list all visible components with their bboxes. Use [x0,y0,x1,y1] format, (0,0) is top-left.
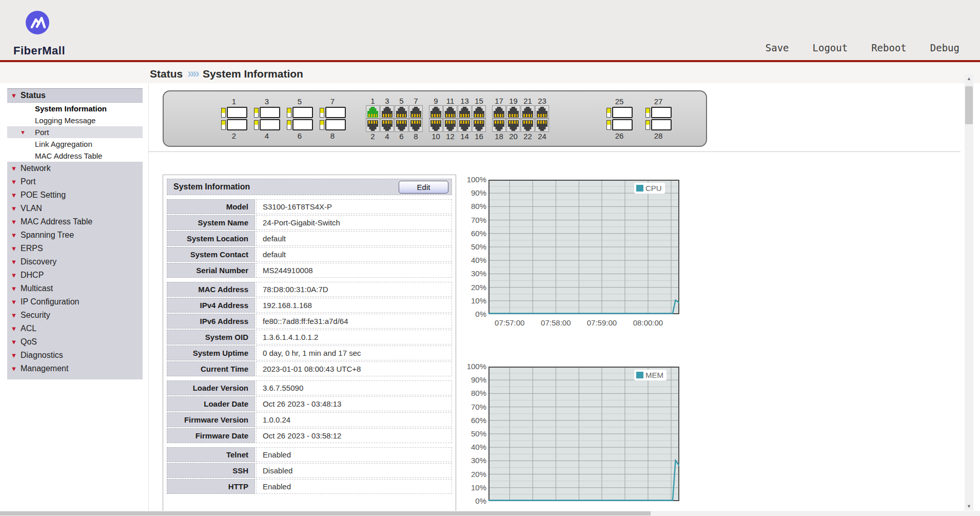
chevron-down-icon: ▾ [7,162,21,175]
sidebar-item-spanning-tree[interactable]: ▾Spanning Tree [7,228,143,242]
rj45-port-2[interactable] [366,119,380,132]
rj45-port-17[interactable] [492,105,506,119]
sfp-slot [227,107,247,118]
sidebar-item-discovery[interactable]: ▾Discovery [7,255,143,269]
header-link-logout[interactable]: Logout [813,42,848,53]
edit-button[interactable]: Edit [399,181,448,194]
scroll-down-icon[interactable]: ▼ [965,502,973,510]
rj45-port-22[interactable] [521,119,535,132]
sidebar-item-poe-setting[interactable]: ▾POE Setting [7,188,143,202]
port-number-label: 2 [370,132,375,141]
sidebar-item-mac-address-table[interactable]: ▾MAC Address Table [7,215,143,228]
y-axis-tick-label: 60% [457,229,486,238]
sfp-port-27[interactable] [645,107,672,118]
rj45-port-8[interactable] [409,119,423,132]
rj45-port-3[interactable] [380,105,394,119]
field-value-system-name: 24-Port-Gigabit-Switch [256,215,452,230]
header-link-debug[interactable]: Debug [930,42,959,53]
field-label: System OID [167,330,255,345]
sfp-port-7[interactable] [320,107,346,118]
sfp-port-2[interactable] [221,119,247,130]
rj45-port-19[interactable] [506,105,520,119]
rj45-port-10[interactable] [429,119,443,132]
sidebar-item-vlan[interactable]: ▾VLAN [7,202,143,215]
x-axis-tick-label: 07:59:00 [581,318,622,327]
rj45-jack-icon [367,107,378,118]
sidebar-item-acl[interactable]: ▾ACL [7,322,143,335]
sidebar-item-dhcp[interactable]: ▾DHCP [7,269,143,282]
sidebar-item-network[interactable]: ▾Network [7,162,143,175]
horizontal-scrollbar[interactable] [0,511,980,516]
y-axis-tick-label: 0% [457,310,486,318]
rj45-port-14[interactable] [458,119,472,132]
sidebar-item-status[interactable]: ▾Status [7,88,143,103]
sfp-port-1[interactable] [221,107,247,118]
y-axis-tick-label: 50% [457,242,486,251]
rj45-port-20[interactable] [506,119,520,132]
sidebar-item-erps[interactable]: ▾ERPS [7,242,143,255]
sidebar-subitem-system-information[interactable]: System Information [7,103,143,114]
rj45-port-23[interactable] [535,105,549,119]
sfp-port-4[interactable] [254,119,280,130]
field-label: System Name [167,215,255,230]
sidebar-item-label: Diagnostics [21,351,63,360]
sfp-port-26[interactable] [606,119,633,130]
rj45-port-1[interactable] [366,105,380,119]
sfp-column: 2728 [645,97,671,140]
chevron-down-icon: ▾ [7,228,21,242]
sidebar-item-qos[interactable]: ▾QoS [7,335,143,349]
sidebar-item-management[interactable]: ▾Management [7,362,143,375]
port-number-label: 6 [399,132,403,141]
rj45-port-4[interactable] [380,119,394,132]
horizontal-scrollbar-thumb[interactable] [0,511,651,515]
rj45-pins [446,121,455,124]
scroll-up-icon[interactable]: ▲ [965,74,973,83]
sfp-slot [612,107,633,118]
table-row: TelnetEnabled [167,447,452,462]
legend-label: CPU [645,184,662,193]
rj45-pins [495,114,503,117]
sidebar-subitem-port[interactable]: ▾Port [7,126,143,138]
chevron-down-icon: ▾ [7,128,28,136]
rj45-port-18[interactable] [492,119,506,132]
sidebar-subitem-mac-address-table[interactable]: MAC Address Table [7,150,143,162]
sidebar-subitem-link-aggregation[interactable]: Link Aggregation [7,138,143,150]
rj45-port-13[interactable] [458,105,472,119]
vertical-scrollbar-thumb[interactable] [965,86,973,124]
rj45-port-12[interactable] [443,119,457,132]
rj45-port-15[interactable] [472,105,486,119]
rj45-port-7[interactable] [409,105,423,119]
sfp-port-5[interactable] [287,107,313,118]
sfp-port-6[interactable] [287,119,313,130]
rj45-port-16[interactable] [472,119,486,132]
sfp-status-led [287,108,291,118]
rj45-port-9[interactable] [429,105,443,119]
rj45-port-24[interactable] [535,119,549,132]
sfp-slot [260,119,280,130]
sidebar-subitem-logging-message[interactable]: Logging Message [7,114,143,126]
rj45-port-21[interactable] [521,105,535,119]
field-label: System Uptime [167,346,255,360]
rj45-port-11[interactable] [443,105,457,119]
field-label: Serial Number [167,263,255,278]
sfp-port-3[interactable] [254,107,280,118]
chevron-down-icon: ▾ [7,202,21,215]
field-value-http: Enabled [256,479,452,494]
sfp-port-8[interactable] [320,119,346,130]
sfp-port-25[interactable] [606,107,633,118]
rj45-port-6[interactable] [395,119,408,132]
rj45-column: 2324 [535,97,549,141]
sidebar-item-multicast[interactable]: ▾Multicast [7,282,143,295]
x-axis-tick-label: 07:58:00 [535,318,576,327]
sfp-port-28[interactable] [645,119,672,130]
sidebar-item-diagnostics[interactable]: ▾Diagnostics [7,349,143,362]
sfp-port-group: 25262728 [606,97,671,140]
vertical-scrollbar[interactable]: ▲ ▼ [965,74,973,510]
rj45-port-5[interactable] [395,105,408,119]
header-link-reboot[interactable]: Reboot [871,42,907,53]
port-number-label: 8 [414,132,418,141]
header-link-save[interactable]: Save [766,42,789,53]
sidebar-item-port[interactable]: ▾Port [7,175,143,188]
sidebar-item-security[interactable]: ▾Security [7,309,143,322]
sidebar-item-ip-configuration[interactable]: ▾IP Configuration [7,295,143,309]
